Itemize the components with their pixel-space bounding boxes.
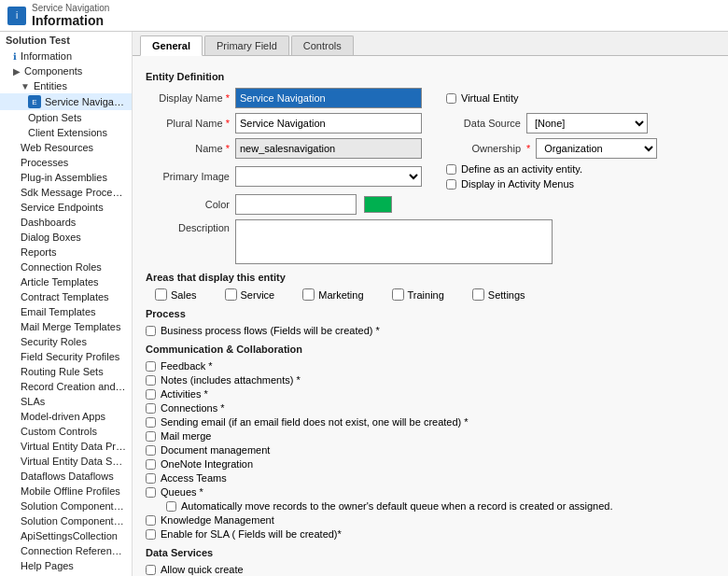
data-source-label: Data Source	[446, 118, 521, 129]
tab-primary-field[interactable]: Primary Field	[204, 35, 289, 55]
sidebar-item-email-templates[interactable]: Email Templates	[0, 304, 132, 319]
info-icon: ℹ	[13, 51, 17, 62]
access-teams-checkbox[interactable]	[146, 473, 156, 484]
sidebar-item-label: Web Resources	[21, 142, 93, 153]
sidebar-item-label: Entities	[34, 80, 67, 91]
sidebar-item-record-creation[interactable]: Record Creation and Upda...	[0, 379, 132, 394]
sidebar-item-label: Connection References	[21, 545, 126, 556]
sending-email-label: Sending email (if an email field does no…	[161, 416, 469, 428]
sidebar-item-components[interactable]: ▶ Components	[0, 63, 132, 78]
sidebar-item-virtual-entity-data[interactable]: Virtual Entity Data Sources	[0, 454, 132, 469]
sidebar-item-plugin-assemblies[interactable]: Plug-in Assemblies	[0, 170, 132, 185]
sidebar-item-reports[interactable]: Reports	[0, 245, 132, 260]
header-icon: i	[7, 7, 26, 25]
knowledge-mgmt-checkbox[interactable]	[146, 515, 156, 526]
sidebar-item-label: Processes	[21, 157, 68, 168]
notes-checkbox[interactable]	[146, 375, 156, 386]
sidebar-item-connection-roles[interactable]: Connection Roles	[0, 260, 132, 274]
display-name-label: Display Name *	[146, 92, 230, 104]
sidebar-item-processes[interactable]: Processes	[0, 155, 132, 170]
comm-title: Communication & Collaboration	[146, 344, 715, 355]
sidebar-item-web-resources[interactable]: Web Resources	[0, 140, 132, 155]
onenote-checkbox[interactable]	[146, 459, 156, 470]
color-swatch[interactable]	[364, 196, 392, 213]
doc-management-checkbox[interactable]	[146, 445, 156, 456]
queues-checkbox[interactable]	[146, 487, 156, 498]
sidebar-item-model-driven-apps[interactable]: Model-driven Apps	[0, 409, 132, 424]
tab-controls[interactable]: Controls	[291, 35, 354, 55]
sidebar-item-mail-merge-templates[interactable]: Mail Merge Templates	[0, 319, 132, 334]
areas-title: Areas that display this entity	[146, 272, 715, 283]
feedback-checkbox[interactable]	[146, 361, 156, 372]
sidebar-item-label: Virtual Entity Data Sources	[21, 456, 126, 467]
sidebar-item-service-navigation[interactable]: E Service Navigation	[0, 93, 132, 110]
plural-name-label: Plural Name *	[146, 118, 230, 129]
ownership-label: Ownership	[446, 143, 521, 154]
sidebar-item-label: Reports	[21, 246, 57, 258]
sidebar-item-label: Service Navigation	[45, 96, 126, 107]
sidebar-item-custom-controls[interactable]: Custom Controls	[0, 424, 132, 439]
allow-quick-create-checkbox[interactable]	[146, 565, 156, 575]
activities-checkbox[interactable]	[146, 389, 156, 400]
area-training-label: Training	[408, 289, 444, 301]
sidebar-item-label: Client Extensions	[28, 127, 107, 138]
sidebar-item-entities[interactable]: ▼ Entities	[0, 78, 132, 93]
sidebar-item-dashboards[interactable]: Dashboards	[0, 215, 132, 230]
enable-sla-checkbox[interactable]	[146, 529, 156, 540]
display-name-input[interactable]	[235, 88, 422, 108]
sidebar-item-label: Routing Rule Sets	[21, 366, 104, 377]
area-service-checkbox[interactable]	[225, 288, 237, 301]
area-settings-label: Settings	[488, 289, 525, 301]
sidebar-item-option-sets[interactable]: Option Sets	[0, 110, 132, 125]
tab-general[interactable]: General	[140, 35, 203, 56]
area-settings-checkbox[interactable]	[472, 288, 484, 301]
sidebar-item-dataflows[interactable]: Dataflows Dataflows	[0, 469, 132, 484]
sidebar-item-mobile-offline-profiles[interactable]: Mobile Offline Profiles	[0, 484, 132, 499]
sidebar-item-dialog-boxes[interactable]: Dialog Boxes	[0, 230, 132, 245]
bpf-checkbox[interactable]	[146, 326, 156, 336]
auto-move-records-checkbox[interactable]	[166, 501, 176, 512]
sidebar-item-connection-references[interactable]: Connection References	[0, 543, 132, 558]
sidebar-item-slas[interactable]: SLAs	[0, 394, 132, 409]
sidebar-item-help-pages[interactable]: Help Pages	[0, 558, 132, 573]
area-sales-label: Sales	[171, 289, 197, 301]
plural-name-input[interactable]	[235, 113, 422, 133]
sidebar-item-label: Contract Templates	[21, 291, 109, 302]
sending-email-checkbox[interactable]	[146, 417, 156, 428]
mail-merge-checkbox[interactable]	[146, 431, 156, 442]
sidebar-item-security-roles[interactable]: Security Roles	[0, 334, 132, 349]
description-input[interactable]	[235, 219, 553, 264]
color-text-input[interactable]	[235, 194, 357, 215]
connections-checkbox[interactable]	[146, 403, 156, 414]
area-marketing-checkbox[interactable]	[302, 288, 315, 301]
knowledge-mgmt-label: Knowledge Management	[161, 514, 274, 526]
area-service-label: Service	[241, 289, 275, 301]
sidebar-item-virtual-entity-providers[interactable]: Virtual Entity Data Providers	[0, 439, 132, 454]
sidebar-item-article-templates[interactable]: Article Templates	[0, 274, 132, 289]
sidebar-item-sdk-message[interactable]: Sdk Message Processing St...	[0, 185, 132, 200]
sidebar-item-solution-component-attr[interactable]: Solution Component Attri...	[0, 499, 132, 513]
area-sales-checkbox[interactable]	[155, 288, 167, 301]
name-input[interactable]	[235, 138, 422, 159]
sidebar-item-client-extensions[interactable]: Client Extensions	[0, 125, 132, 140]
data-services-title: Data Services	[146, 547, 715, 558]
sidebar-item-api-settings[interactable]: ApiSettingsCollection	[0, 528, 132, 543]
sidebar-item-routing-rule-sets[interactable]: Routing Rule Sets	[0, 364, 132, 379]
sidebar-item-contract-templates[interactable]: Contract Templates	[0, 289, 132, 304]
sidebar-item-service-endpoints[interactable]: Service Endpoints	[0, 200, 132, 215]
sidebar-item-label: Virtual Entity Data Providers	[21, 441, 126, 452]
virtual-entity-checkbox[interactable]	[446, 93, 456, 104]
form-area: Entity Definition Display Name * Virtual…	[133, 56, 728, 576]
primary-image-select[interactable]	[235, 166, 422, 187]
area-training-checkbox[interactable]	[392, 288, 404, 301]
color-label: Color	[146, 199, 230, 210]
display-activity-checkbox[interactable]	[446, 179, 456, 190]
sidebar-item-solution-component-conf[interactable]: Solution Component Confi...	[0, 513, 132, 528]
sidebar-item-information[interactable]: ℹ Information	[0, 49, 132, 63]
sidebar-item-label: Field Security Profiles	[21, 351, 119, 362]
define-activity-checkbox[interactable]	[446, 164, 456, 175]
bpf-label: Business process flows (Fields will be c…	[161, 325, 380, 336]
ownership-select[interactable]: Organization	[536, 138, 657, 159]
sidebar-item-field-security-profiles[interactable]: Field Security Profiles	[0, 349, 132, 364]
data-source-select[interactable]: [None]	[526, 113, 648, 133]
